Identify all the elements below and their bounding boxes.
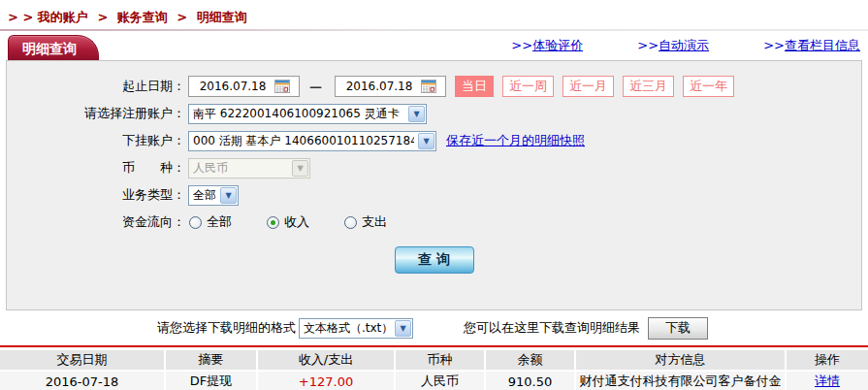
currency-value: 人民币 [193, 160, 288, 177]
download-row: 请您选择下载明细的格式 文本格式（.txt） ▼ 您可以在这里下载查询明细结果 … [0, 310, 868, 345]
breadcrumb-prefix: > > [8, 10, 33, 24]
link-label: 自动演示 [659, 38, 709, 52]
business-type-row: 业务类型： 全部 ▼ [7, 183, 861, 207]
registered-account-select[interactable]: 南平 6222001406100921065 灵通卡 ▼ [188, 104, 427, 124]
range-button-last-year[interactable]: 近一年 [683, 76, 734, 97]
cell-action: 详情 [786, 371, 868, 390]
cell-trade-date: 2016-07-18 [0, 371, 165, 390]
radio-icon[interactable] [344, 216, 357, 229]
breadcrumb-item-account-query[interactable]: 账务查询 [117, 10, 168, 24]
table-header-row: 交易日期 摘要 收入/支出 币种 余额 对方信息 操作 [0, 350, 868, 371]
tab-bar: 明细查询 >>体验评价 >>自动演示 >>查看栏目信息 [0, 31, 868, 60]
col-header-action: 操作 [786, 350, 868, 371]
registered-account-value: 南平 6222001406100921065 灵通卡 [193, 106, 404, 122]
col-header-currency: 币种 [395, 350, 485, 371]
query-form: 起止日期： — 当日 近一周 近一月 近三月 近一年 请选择注册账户： [6, 60, 862, 310]
cell-currency: 人民币 [395, 371, 485, 390]
breadcrumb-separator: > [97, 10, 108, 24]
download-format-select[interactable]: 文本格式（.txt） ▼ [299, 318, 413, 339]
business-type-value: 全部 [193, 187, 216, 204]
range-button-last-week[interactable]: 近一周 [502, 76, 554, 97]
sub-account-row: 下挂账户： 000 活期 基本户 1406600101102571848 ▼ 保… [7, 129, 861, 152]
cell-balance: 910.50 [485, 371, 575, 390]
breadcrumb-item-my-account[interactable]: 我的账户 [38, 10, 88, 24]
chevron-down-icon[interactable]: ▼ [418, 133, 434, 149]
chevron-down-icon[interactable]: ▼ [220, 187, 237, 204]
table-row: 2016-07-18 DF提现 +127.00 人民币 910.50 财付通支付… [0, 371, 868, 390]
end-date-field[interactable] [335, 76, 446, 97]
cell-summary: DF提现 [165, 371, 257, 390]
save-snapshot-link[interactable]: 保存近一个月的明细快照 [446, 132, 585, 149]
detail-link[interactable]: 详情 [815, 374, 840, 388]
currency-select: 人民币 ▼ [188, 158, 310, 179]
date-range-separator: — [309, 80, 322, 94]
header-links: >>体验评价 >>自动演示 >>查看栏目信息 [461, 37, 860, 54]
currency-row: 币 种： 人民币 ▼ [7, 156, 861, 179]
fund-flow-option-expense[interactable]: 支出 [344, 213, 387, 231]
cell-amount: +127.00 [257, 371, 395, 390]
radio-label: 收入 [284, 213, 309, 231]
fund-flow-row: 资金流向： 全部 收入 支出 [7, 211, 861, 234]
chevron-down-icon[interactable]: ▼ [408, 106, 425, 122]
link-prefix: >> [637, 38, 659, 52]
radio-icon[interactable] [189, 216, 202, 229]
link-label: 体验评价 [532, 38, 583, 52]
download-format-label: 请您选择下载明细的格式 [157, 319, 296, 337]
link-label: 查看栏目信息 [785, 38, 860, 52]
sub-account-value: 000 活期 基本户 1406600101102571848 [193, 133, 414, 149]
registered-account-row: 请选择注册账户： 南平 6222001406100921065 灵通卡 ▼ [7, 102, 861, 125]
link-auto-demo[interactable]: >>自动演示 [637, 38, 709, 52]
fund-flow-option-all[interactable]: 全部 [189, 213, 232, 231]
range-button-today[interactable]: 当日 [455, 76, 494, 97]
query-button-row: 查 询 [7, 246, 861, 274]
currency-label: 币 种： [7, 159, 185, 177]
date-range-label: 起止日期： [7, 78, 185, 95]
registered-account-label: 请选择注册账户： [7, 105, 185, 122]
range-button-last-3-months[interactable]: 近三月 [623, 76, 674, 97]
tab-detail-query[interactable]: 明细查询 [8, 35, 99, 60]
end-date-input[interactable] [338, 80, 421, 93]
col-header-trade-date: 交易日期 [0, 350, 165, 371]
chevron-down-icon[interactable]: ▼ [395, 320, 411, 337]
download-hint: 您可以在这里下载查询明细结果 [464, 319, 640, 337]
query-button[interactable]: 查 询 [395, 246, 474, 274]
radio-label: 支出 [362, 213, 387, 231]
link-view-column-info[interactable]: >>查看栏目信息 [763, 38, 860, 52]
cell-counterparty: 财付通支付科技有限公司客户备付金 [575, 371, 786, 390]
breadcrumb: > > 我的账户 > 账务查询 > 明细查询 [0, 0, 868, 29]
chevron-down-icon: ▼ [292, 160, 308, 177]
calendar-icon[interactable] [274, 80, 290, 93]
sub-account-select[interactable]: 000 活期 基本户 1406600101102571848 ▼ [188, 131, 436, 151]
range-button-last-month[interactable]: 近一月 [563, 76, 614, 97]
table-top-divider [0, 345, 868, 347]
link-prefix: >> [511, 38, 532, 52]
start-date-field[interactable] [188, 76, 300, 97]
download-button[interactable]: 下载 [648, 317, 708, 340]
detail-query-page: > > 我的账户 > 账务查询 > 明细查询 明细查询 >>体验评价 >>自动演… [0, 0, 868, 390]
fund-flow-option-income[interactable]: 收入 [267, 213, 309, 231]
transactions-table: 交易日期 摘要 收入/支出 币种 余额 对方信息 操作 2016-07-18 D… [0, 350, 868, 390]
sub-account-label: 下挂账户： [7, 132, 185, 149]
radio-checked-icon[interactable] [267, 216, 279, 229]
date-range-row: 起止日期： — 当日 近一周 近一月 近三月 近一年 [7, 75, 861, 98]
business-type-select[interactable]: 全部 ▼ [188, 185, 239, 206]
link-experience-review[interactable]: >>体验评价 [511, 38, 583, 52]
col-header-balance: 余额 [485, 350, 575, 371]
radio-label: 全部 [207, 213, 232, 231]
breadcrumb-item-detail-query[interactable]: 明细查询 [197, 10, 247, 24]
col-header-summary: 摘要 [165, 350, 257, 371]
col-header-counterparty: 对方信息 [575, 350, 786, 371]
col-header-income-expense: 收入/支出 [257, 350, 395, 371]
breadcrumb-separator: > [177, 10, 187, 24]
link-prefix: >> [763, 38, 785, 52]
start-date-input[interactable] [191, 80, 274, 93]
calendar-icon[interactable] [421, 80, 436, 93]
business-type-label: 业务类型： [7, 186, 185, 204]
fund-flow-label: 资金流向： [7, 213, 185, 231]
download-format-value: 文本格式（.txt） [304, 320, 391, 337]
